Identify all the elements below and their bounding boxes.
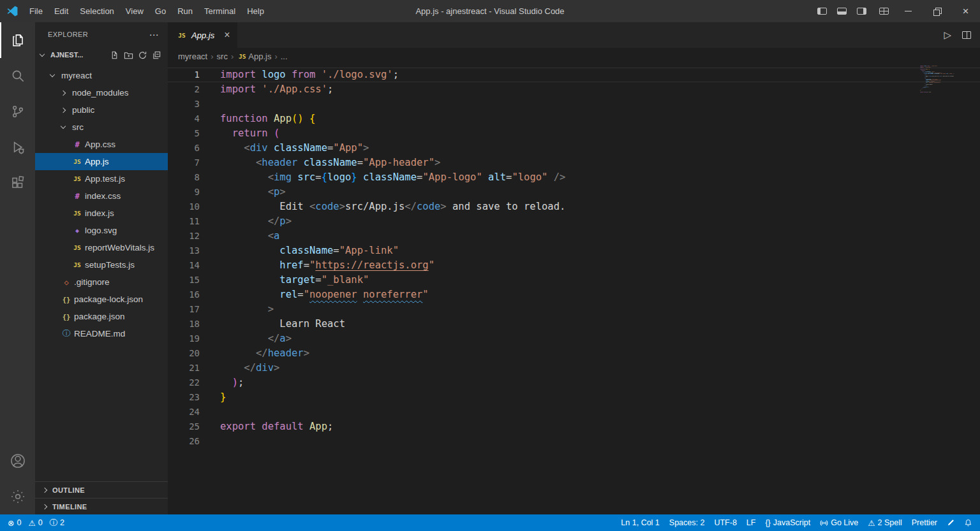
- activity-run-debug[interactable]: [0, 129, 35, 165]
- activity-explorer[interactable]: [0, 22, 35, 58]
- minimap-line: [920, 93, 970, 94]
- tree-item-package-lock-json[interactable]: {}package-lock.json: [35, 291, 168, 308]
- tree-item-reportwebvitals-js[interactable]: JSreportWebVitals.js: [35, 239, 168, 256]
- run-button[interactable]: ▷: [944, 29, 951, 41]
- code-editor[interactable]: 1import logo from './logo.svg';2import '…: [168, 64, 980, 514]
- cursor-position-status[interactable]: Ln 1, Col 1: [621, 518, 659, 527]
- tree-item-app-js[interactable]: JSApp.js: [35, 153, 168, 170]
- code-line-7[interactable]: 7 <header className="App-header">: [168, 156, 980, 170]
- tree-item-myreact[interactable]: myreact: [35, 67, 168, 84]
- indentation-status[interactable]: Spaces: 2: [669, 518, 705, 527]
- tree-item-src[interactable]: src: [35, 119, 168, 136]
- spell-checker-status[interactable]: ⚠2 Spell: [868, 518, 902, 528]
- encoding-status[interactable]: UTF-8: [714, 518, 736, 527]
- menu-file[interactable]: File: [24, 0, 48, 22]
- menu-help[interactable]: Help: [241, 0, 270, 22]
- tree-item-readme-md[interactable]: ⓘREADME.md: [35, 325, 168, 342]
- tree-item-setuptests-js[interactable]: JSsetupTests.js: [35, 256, 168, 273]
- code-line-1[interactable]: 1import logo from './logo.svg';: [168, 68, 980, 82]
- code-line-12[interactable]: 12 <a: [168, 229, 980, 244]
- warnings-status[interactable]: ⚠0: [28, 518, 42, 528]
- notifications-status[interactable]: [964, 519, 972, 527]
- activity-search[interactable]: [0, 58, 35, 94]
- code-line-25[interactable]: 25export default App;: [168, 419, 980, 434]
- edit-mode-status[interactable]: [947, 519, 954, 527]
- code-line-16[interactable]: 16 rel="noopener noreferrer": [168, 287, 980, 302]
- tree-item-index-js[interactable]: JSindex.js: [35, 205, 168, 222]
- line-number: 5: [168, 126, 200, 141]
- more-actions-icon[interactable]: ⋯: [149, 30, 159, 40]
- workspace-section-header[interactable]: AJNEST...: [35, 47, 168, 63]
- eol-status[interactable]: LF: [746, 518, 756, 527]
- refresh-icon[interactable]: [138, 50, 147, 60]
- tree-item-public[interactable]: public: [35, 101, 168, 119]
- activity-source-control[interactable]: [0, 94, 35, 129]
- minimap[interactable]: import logo from './logo.svg';import './…: [920, 66, 970, 161]
- code-line-3[interactable]: 3: [168, 97, 980, 112]
- tab-app-js[interactable]: JS App.js ×: [168, 22, 237, 48]
- code-line-23[interactable]: 23}: [168, 390, 980, 405]
- new-file-icon[interactable]: [110, 50, 119, 60]
- breadcrumb-item[interactable]: JSApp.js: [237, 52, 271, 61]
- panel-timeline[interactable]: TIMELINE: [35, 498, 168, 514]
- toggle-secondary-sidebar-icon[interactable]: [857, 8, 866, 15]
- code-token: [220, 186, 268, 198]
- prettier-status[interactable]: Prettier: [912, 518, 937, 527]
- tree-item-app-test-js[interactable]: JSApp.test.js: [35, 170, 168, 187]
- menu-selection[interactable]: Selection: [74, 0, 119, 22]
- code-line-13[interactable]: 13 className="App-link": [168, 244, 980, 258]
- breadcrumb-item[interactable]: ...: [281, 52, 288, 61]
- activity-settings[interactable]: [0, 479, 35, 514]
- minimize-button[interactable]: [894, 0, 923, 22]
- toggle-panel-icon[interactable]: [837, 8, 847, 15]
- menu-go[interactable]: Go: [149, 0, 172, 22]
- tree-item-index-css[interactable]: #index.css: [35, 187, 168, 205]
- breadcrumb-item[interactable]: src: [217, 52, 228, 61]
- tree-item-logo-svg[interactable]: ◆logo.svg: [35, 222, 168, 239]
- code-line-17[interactable]: 17 >: [168, 302, 980, 317]
- panel-outline[interactable]: OUTLINE: [35, 481, 168, 498]
- close-tab-icon[interactable]: ×: [224, 30, 230, 40]
- code-line-24[interactable]: 24: [168, 405, 980, 419]
- infos-status[interactable]: ⓘ2: [50, 518, 64, 528]
- tree-item-node-modules[interactable]: node_modules: [35, 84, 168, 101]
- code-line-2[interactable]: 2import './App.css';: [168, 82, 980, 97]
- menu-edit[interactable]: Edit: [48, 0, 74, 22]
- code-line-11[interactable]: 11 </p>: [168, 214, 980, 229]
- menu-terminal[interactable]: Terminal: [198, 0, 241, 22]
- split-editor-icon[interactable]: [962, 31, 971, 39]
- code-line-10[interactable]: 10 Edit <code>src/App.js</code> and save…: [168, 200, 980, 214]
- customize-layout-icon[interactable]: [879, 8, 889, 15]
- activity-account[interactable]: [0, 443, 35, 479]
- restore-button[interactable]: [923, 0, 951, 22]
- activity-extensions[interactable]: [0, 165, 35, 201]
- code-line-19[interactable]: 19 </a>: [168, 331, 980, 346]
- code-token: header: [262, 157, 297, 168]
- toggle-sidebar-icon[interactable]: [817, 8, 827, 15]
- code-line-20[interactable]: 20 </header>: [168, 346, 980, 361]
- code-line-14[interactable]: 14 href="https://reactjs.org": [168, 258, 980, 273]
- code-line-6[interactable]: 6 <div className="App">: [168, 141, 980, 156]
- code-line-22[interactable]: 22 );: [168, 375, 980, 390]
- tree-item-package-json[interactable]: {}package.json: [35, 308, 168, 325]
- language-status[interactable]: {}JavaScript: [765, 518, 810, 527]
- menu-view[interactable]: View: [120, 0, 149, 22]
- go-live-status[interactable]: Go Live: [820, 518, 858, 527]
- code-line-15[interactable]: 15 target="_blank": [168, 273, 980, 287]
- new-folder-icon[interactable]: [124, 50, 133, 60]
- code-line-18[interactable]: 18 Learn React: [168, 317, 980, 331]
- errors-status[interactable]: ⊗0: [8, 518, 21, 528]
- tree-item-app-css[interactable]: #App.css: [35, 136, 168, 153]
- code-line-8[interactable]: 8 <img src={logo} className="App-logo" a…: [168, 170, 980, 185]
- code-line-4[interactable]: 4function App() {: [168, 112, 980, 126]
- collapse-all-icon[interactable]: [152, 50, 161, 60]
- code-line-9[interactable]: 9 <p>: [168, 185, 980, 200]
- menu-run[interactable]: Run: [172, 0, 198, 22]
- code-line-5[interactable]: 5 return (: [168, 126, 980, 141]
- code-line-21[interactable]: 21 </div>: [168, 361, 980, 375]
- close-button[interactable]: ×: [951, 0, 980, 22]
- tree-item--gitignore[interactable]: ◇.gitignore: [35, 273, 168, 291]
- code-token: <: [244, 142, 249, 154]
- code-line-26[interactable]: 26: [168, 434, 980, 449]
- breadcrumb-item[interactable]: myreact: [178, 52, 207, 61]
